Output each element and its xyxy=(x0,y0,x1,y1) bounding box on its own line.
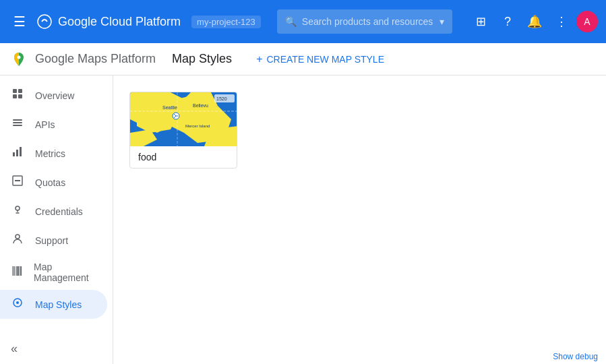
more-options-icon[interactable]: ⋮ xyxy=(549,9,574,34)
sidebar-item-credentials-label: Credentials xyxy=(35,206,83,217)
map-style-card-food[interactable]: Seattle Bellevu Mercer Island 1520 food xyxy=(129,92,237,169)
search-input[interactable] xyxy=(302,16,440,27)
svg-rect-3 xyxy=(18,89,22,93)
apis-icon xyxy=(11,117,24,132)
sidebar-collapse-button[interactable]: « xyxy=(0,334,113,364)
sidebar-item-metrics[interactable]: Metrics xyxy=(0,139,107,168)
svg-point-0 xyxy=(38,15,51,28)
svg-rect-2 xyxy=(13,89,17,93)
sidebar-item-credentials[interactable]: Credentials xyxy=(0,197,107,226)
svg-point-14 xyxy=(16,206,20,210)
svg-rect-4 xyxy=(13,94,17,98)
svg-text:Mercer Island: Mercer Island xyxy=(185,124,210,128)
top-bar-actions: ⊞ ? 🔔 ⋮ A xyxy=(468,9,598,34)
svg-rect-11 xyxy=(20,147,22,156)
overview-icon xyxy=(11,88,24,103)
sidebar-item-support[interactable]: Support xyxy=(0,226,107,255)
google-cloud-logo-icon xyxy=(36,13,53,30)
support-icon xyxy=(11,233,24,248)
sidebar-item-overview-label: Overview xyxy=(35,90,74,101)
debug-bar[interactable]: Show debug xyxy=(545,349,606,364)
svg-point-20 xyxy=(16,301,19,304)
metrics-icon xyxy=(11,146,24,161)
sidebar-item-map-management-label: Map Management xyxy=(34,262,96,283)
svg-point-15 xyxy=(16,235,20,239)
map-style-label-food: food xyxy=(130,146,237,168)
create-new-label: CREATE NEW MAP STYLE xyxy=(266,54,384,65)
svg-rect-18 xyxy=(20,266,22,276)
svg-text:Seattle: Seattle xyxy=(162,105,177,110)
svg-rect-9 xyxy=(13,152,15,156)
quotas-icon xyxy=(11,175,24,190)
svg-rect-7 xyxy=(13,122,22,123)
map-styles-icon xyxy=(11,297,24,312)
help-icon[interactable]: ? xyxy=(495,9,520,34)
notifications-icon[interactable]: 🔔 xyxy=(522,9,547,34)
svg-rect-16 xyxy=(12,266,16,276)
sidebar-item-support-label: Support xyxy=(35,235,68,246)
sub-header-page-title: Map Styles xyxy=(172,52,232,66)
main-content: Seattle Bellevu Mercer Island 1520 food xyxy=(113,75,606,364)
create-new-map-style-button[interactable]: + CREATE NEW MAP STYLE xyxy=(248,49,392,69)
add-icon: + xyxy=(256,53,262,65)
sidebar-item-map-styles[interactable]: Map Styles xyxy=(0,290,107,319)
sidebar-item-apis[interactable]: APIs xyxy=(0,110,107,139)
map-preview-food: Seattle Bellevu Mercer Island 1520 xyxy=(130,92,237,146)
sidebar-item-map-styles-label: Map Styles xyxy=(35,299,82,310)
apps-icon[interactable]: ⊞ xyxy=(468,9,493,34)
main-layout: Overview APIs Metrics Quotas Credentials xyxy=(0,75,606,364)
avatar[interactable]: A xyxy=(576,11,598,32)
svg-rect-6 xyxy=(13,119,22,121)
sub-header-app-title: Google Maps Platform xyxy=(35,52,156,66)
search-bar: 🔍 ▾ xyxy=(277,9,452,34)
search-dropdown-icon[interactable]: ▾ xyxy=(440,16,444,27)
sub-header: Google Maps Platform Map Styles + CREATE… xyxy=(0,43,606,75)
map-management-icon xyxy=(11,265,23,280)
svg-rect-13 xyxy=(15,180,20,181)
sidebar-item-metrics-label: Metrics xyxy=(35,148,65,159)
svg-rect-5 xyxy=(18,94,22,98)
sidebar-item-map-management[interactable]: Map Management xyxy=(0,255,107,290)
sidebar-item-quotas[interactable]: Quotas xyxy=(0,168,107,197)
menu-icon[interactable]: ☰ xyxy=(8,8,31,35)
svg-point-1 xyxy=(18,55,21,59)
svg-text:Bellevu: Bellevu xyxy=(193,103,208,108)
sidebar-item-apis-label: APIs xyxy=(35,119,55,130)
svg-text:1520: 1520 xyxy=(216,96,227,101)
collapse-icon: « xyxy=(11,342,18,356)
top-bar-account[interactable]: my-project-123 xyxy=(191,16,261,28)
top-bar: ☰ Google Cloud Platform my-project-123 🔍… xyxy=(0,0,606,43)
maps-logo-icon xyxy=(11,51,27,67)
sidebar: Overview APIs Metrics Quotas Credentials xyxy=(0,75,113,364)
svg-rect-10 xyxy=(16,150,18,156)
credentials-icon xyxy=(11,204,24,219)
debug-bar-label: Show debug xyxy=(553,352,598,361)
svg-rect-8 xyxy=(13,125,22,126)
sidebar-item-overview[interactable]: Overview xyxy=(0,81,107,110)
sidebar-item-quotas-label: Quotas xyxy=(35,177,65,188)
search-icon: 🔍 xyxy=(285,16,297,27)
top-bar-logo: Google Cloud Platform xyxy=(36,13,181,30)
top-bar-title: Google Cloud Platform xyxy=(58,15,181,29)
svg-rect-17 xyxy=(16,266,20,276)
